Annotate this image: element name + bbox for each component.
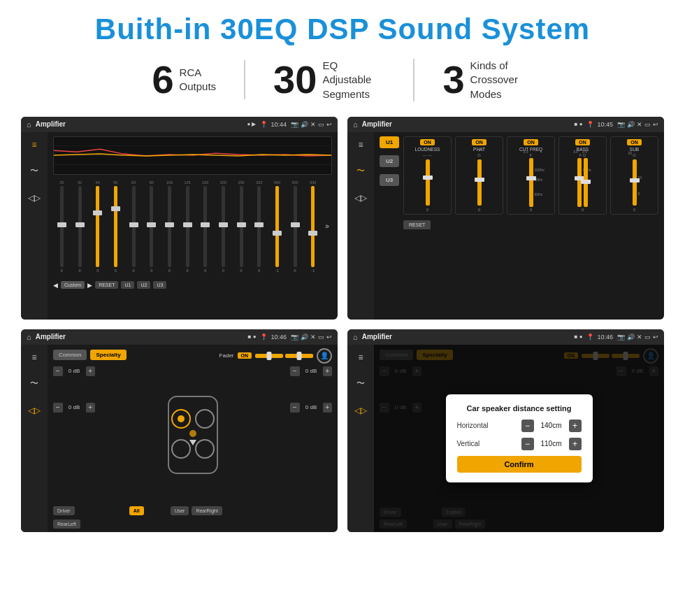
dialog-vertical-plus[interactable]: + xyxy=(569,438,582,450)
eq-custom-btn[interactable]: Custom xyxy=(61,281,85,289)
eq-sidebar-vol-icon[interactable]: ◁▷ xyxy=(26,189,43,206)
xover-u1-btn[interactable]: U1 xyxy=(380,136,399,148)
stat-crossover: 3 Kinds of Crossover Modes xyxy=(414,59,561,101)
dialog-horizontal-plus[interactable]: + xyxy=(569,420,582,432)
eq-back-icon[interactable]: ↩ xyxy=(326,121,332,128)
svg-marker-9 xyxy=(189,440,196,445)
dlg-top-icons: 📷 🔊 ✕ ▭ ↩ xyxy=(617,334,658,341)
xover-u2-btn[interactable]: U2 xyxy=(380,155,399,167)
dlg-vol-icon: 🔊 xyxy=(627,334,635,341)
eq-home-icon[interactable]: ⌂ xyxy=(27,120,31,129)
spk-btn-rearright[interactable]: RearRight xyxy=(192,506,222,515)
screen-speaker: ⌂ Amplifier ■ ● 📍 10:46 📷 🔊 ✕ ▭ ↩ ≡ xyxy=(21,329,338,532)
svg-point-8 xyxy=(189,430,196,437)
xover-bass-on[interactable]: ON xyxy=(575,139,590,145)
xover-panel: U1 U2 U3 ON LOUDNESS — — xyxy=(374,132,664,320)
confirm-button[interactable]: Confirm xyxy=(457,456,582,473)
spk-btn-rearleft[interactable]: RearLeft xyxy=(53,520,80,529)
eq-sidebar-eq-icon[interactable]: ≡ xyxy=(26,136,43,153)
eq-prev-btn[interactable]: ◀ xyxy=(53,282,58,289)
xover-sidebar-vol-icon[interactable]: ◁▷ xyxy=(352,189,369,206)
spk-title: Amplifier xyxy=(36,333,244,341)
fader-track-h2[interactable] xyxy=(285,354,313,358)
eq-cam-icon: 📷 xyxy=(291,121,298,128)
xover-sidebar-wave-icon[interactable]: 〜 xyxy=(352,163,369,180)
eq-next-btn[interactable]: ▶ xyxy=(87,282,92,289)
dlg-topbar: ⌂ Amplifier ■ ● 📍 10:46 📷 🔊 ✕ ▭ ↩ xyxy=(347,329,664,345)
spk-tab-specialty[interactable]: Specialty xyxy=(90,350,126,360)
fader-row: Fader ON 👤 xyxy=(219,348,332,364)
dlg-content: ≡ 〜 ◁▷ Common Specialty ON xyxy=(347,345,664,532)
eq-vol-icon: 🔊 xyxy=(301,121,308,128)
vol-minus-tl[interactable]: − xyxy=(53,366,63,376)
spk-sidebar-vol-icon[interactable]: ◁▷ xyxy=(26,402,43,419)
svg-point-5 xyxy=(196,410,214,428)
vol-plus-tr[interactable]: + xyxy=(323,366,333,376)
dialog-vertical-value: 110cm xyxy=(538,440,565,447)
vol-row-tr: − 0 dB + xyxy=(290,366,332,376)
screen-crossover: ⌂ Amplifier ■ ● 📍 10:45 📷 🔊 ✕ ▭ ↩ ≡ xyxy=(347,117,664,320)
stats-row: 6 RCA Outputs 30 EQ Adjustable Segments … xyxy=(21,59,664,101)
spk-btn-driver[interactable]: Driver xyxy=(53,506,75,515)
eq-u1-btn[interactable]: U1 xyxy=(121,281,134,289)
xover-ch-phat: ON PHAT G 0 xyxy=(455,136,503,215)
dlg-sidebar-vol-icon[interactable]: ◁▷ xyxy=(352,402,369,419)
xover-cutfreq-on[interactable]: ON xyxy=(524,139,538,145)
xover-sub-on[interactable]: ON xyxy=(627,139,642,145)
vol-plus-tl[interactable]: + xyxy=(86,366,96,376)
fader-on-btn[interactable]: ON xyxy=(238,352,252,359)
dialog-vertical-minus[interactable]: − xyxy=(521,438,534,450)
fader-sliders xyxy=(255,354,313,358)
xover-loudness-on[interactable]: ON xyxy=(420,139,435,145)
eq-reset-btn[interactable]: RESET xyxy=(95,281,118,289)
stat-desc-eq: EQ Adjustable Segments xyxy=(322,59,385,101)
spk-sidebar-eq-icon[interactable]: ≡ xyxy=(26,349,43,366)
dlg-back-icon[interactable]: ↩ xyxy=(653,334,658,341)
stat-desc-crossover: Kinds of Crossover Modes xyxy=(470,59,533,101)
xover-sidebar-eq-icon[interactable]: ≡ xyxy=(352,136,369,153)
spk-right-vols: − 0 dB + − 0 dB + xyxy=(290,366,332,503)
spk-dot1: ■ ● xyxy=(248,334,257,340)
eq-topbar: ⌂ Amplifier ● ▶ 📍 10:44 📷 🔊 ✕ ▭ ↩ xyxy=(21,117,338,132)
xover-reset-btn[interactable]: RESET xyxy=(403,220,431,229)
stat-eq: 30 EQ Adjustable Segments xyxy=(245,59,414,101)
eq-panel: 25 0 32 0 xyxy=(48,132,338,320)
dialog-vertical-stepper: − 110cm + xyxy=(521,438,582,450)
vol-plus-bl[interactable]: + xyxy=(86,403,96,413)
spk-tab-common[interactable]: Common xyxy=(53,350,87,360)
fader-track-h1[interactable] xyxy=(255,354,283,358)
vol-minus-bl[interactable]: − xyxy=(53,403,63,413)
xover-home-icon[interactable]: ⌂ xyxy=(353,120,358,129)
eq-sidebar-wave-icon[interactable]: 〜 xyxy=(26,163,43,180)
spk-vol-icon: 🔊 xyxy=(301,334,308,341)
xover-u3-btn[interactable]: U3 xyxy=(380,174,399,186)
spk-main-area: − 0 dB + − 0 dB + xyxy=(53,366,332,503)
stat-rca: 6 RCA Outputs xyxy=(124,60,245,99)
svg-point-10 xyxy=(178,415,185,422)
spk-top-icons: 📷 🔊 ✕ ▭ ↩ xyxy=(291,334,332,341)
car-diagram xyxy=(101,366,284,503)
dlg-sidebar-wave-icon[interactable]: 〜 xyxy=(352,375,369,392)
vol-minus-br[interactable]: − xyxy=(290,403,300,413)
xover-dot1: ■ ● xyxy=(575,121,583,127)
eq-pin-icon: 📍 xyxy=(260,121,268,128)
dialog-horizontal-minus[interactable]: − xyxy=(521,420,534,432)
spk-home-icon[interactable]: ⌂ xyxy=(27,333,31,341)
vol-minus-tr[interactable]: − xyxy=(290,366,300,376)
eq-u3-btn[interactable]: U3 xyxy=(153,281,166,289)
xover-phat-on[interactable]: ON xyxy=(472,139,486,145)
eq-u2-btn[interactable]: U2 xyxy=(137,281,150,289)
svg-point-6 xyxy=(172,440,190,458)
screen-eq: ⌂ Amplifier ● ▶ 📍 10:44 📷 🔊 ✕ ▭ ↩ ≡ xyxy=(21,117,338,320)
dlg-cam-icon: 📷 xyxy=(617,334,625,341)
spk-sidebar-wave-icon[interactable]: 〜 xyxy=(26,375,43,392)
eq-top-icons: 📷 🔊 ✕ ▭ ↩ xyxy=(291,121,332,128)
vol-plus-br[interactable]: + xyxy=(323,403,333,413)
spk-back-icon[interactable]: ↩ xyxy=(326,334,332,341)
dlg-sidebar-eq-icon[interactable]: ≡ xyxy=(352,349,369,366)
eq-title: Amplifier xyxy=(36,120,243,128)
spk-btn-all[interactable]: All xyxy=(129,506,144,515)
spk-btn-user[interactable]: User xyxy=(171,506,189,515)
dlg-home-icon[interactable]: ⌂ xyxy=(353,333,358,341)
xover-back-icon[interactable]: ↩ xyxy=(653,121,658,128)
